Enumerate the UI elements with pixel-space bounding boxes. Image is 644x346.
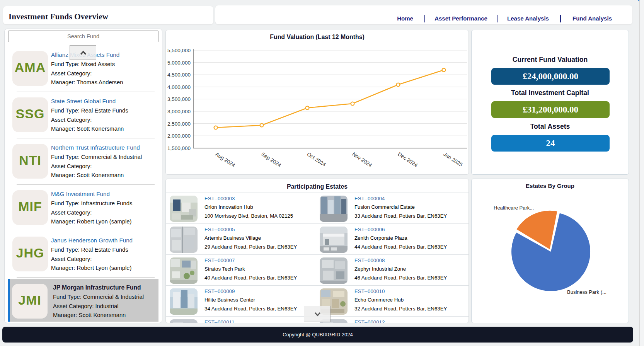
svg-text:4,000,000: 4,000,000 [167, 84, 191, 90]
svg-text:2,500,000: 2,500,000 [167, 121, 191, 127]
svg-text:Aug 2024: Aug 2024 [214, 151, 236, 168]
svg-text:3,500,000: 3,500,000 [167, 96, 191, 102]
svg-text:Oct 2024: Oct 2024 [306, 151, 327, 168]
svg-text:3,000,000: 3,000,000 [167, 109, 191, 114]
svg-text:5,000,000: 5,000,000 [167, 60, 191, 66]
svg-text:2,000,000: 2,000,000 [167, 133, 191, 139]
svg-text:Nov 2024: Nov 2024 [351, 151, 373, 168]
svg-text:5,500,000: 5,500,000 [167, 48, 191, 53]
svg-text:4,500,000: 4,500,000 [167, 72, 191, 78]
svg-text:Dec 2024: Dec 2024 [397, 151, 419, 168]
svg-text:Sep 2024: Sep 2024 [260, 151, 282, 168]
svg-text:Jan 2025: Jan 2025 [442, 151, 463, 168]
svg-text:1,500,000: 1,500,000 [167, 145, 191, 151]
